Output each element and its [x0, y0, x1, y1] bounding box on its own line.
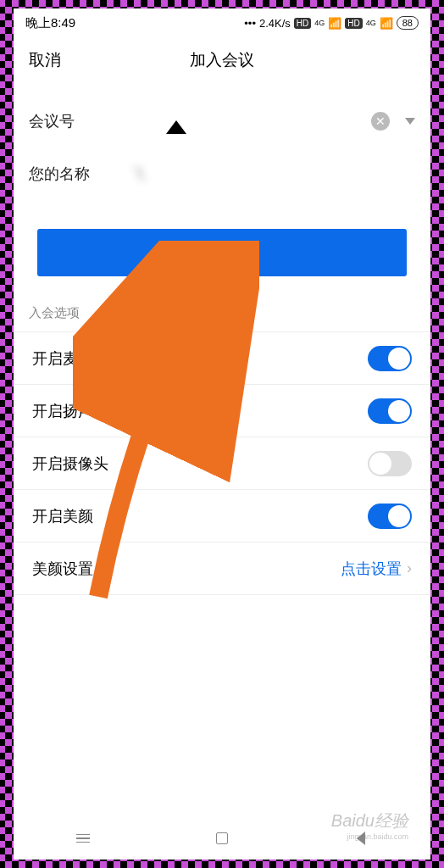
hd-badge: HD: [345, 18, 362, 29]
status-time: 晚上8:49: [25, 15, 75, 31]
your-name-label: 您的名称: [29, 164, 105, 184]
mic-row: 开启麦克风: [14, 332, 430, 385]
page-title: 加入会议: [190, 49, 254, 71]
beauty-settings-link[interactable]: 点击设置 ›: [341, 559, 412, 579]
speaker-row: 开启扬声器: [14, 385, 430, 437]
mic-label: 开启麦克风: [32, 348, 108, 369]
settings-list: 开启麦克风 开启扬声器 开启摄像头 开启美颜 美颜设置 点击设置 ›: [14, 331, 430, 595]
beauty-row: 开启美颜: [14, 490, 430, 542]
beauty-settings-label: 美颜设置: [32, 559, 93, 579]
clear-icon[interactable]: ✕: [371, 112, 390, 131]
battery-icon: 88: [397, 16, 419, 30]
status-bar: 晚上8:49 ••• 2.4K/s HD 4G 📶 HD 4G 📶 88: [14, 8, 430, 37]
header: 取消 加入会议: [14, 37, 430, 83]
speaker-label: 开启扬声器: [32, 401, 108, 421]
meeting-number-row[interactable]: 会议号 ✕: [14, 95, 430, 147]
cursor-indicator-icon: [166, 120, 186, 134]
dropdown-icon[interactable]: [405, 118, 415, 125]
cancel-button[interactable]: 取消: [29, 49, 61, 71]
nav-home-icon[interactable]: [214, 830, 230, 847]
nav-menu-icon[interactable]: [75, 830, 92, 847]
chevron-right-icon: ›: [407, 559, 412, 577]
join-meeting-button[interactable]: 加入会议: [37, 229, 407, 276]
beauty-settings-row[interactable]: 美颜设置 点击设置 ›: [14, 542, 430, 595]
meeting-number-label: 会议号: [29, 111, 105, 131]
watermark: Baidu经验 jingyan.baidu.com: [331, 810, 408, 841]
speaker-toggle[interactable]: [368, 398, 412, 424]
options-title: 入会选项: [14, 276, 430, 331]
hd-badge: HD: [294, 18, 311, 29]
status-indicators: ••• 2.4K/s HD 4G 📶 HD 4G 📶 88: [244, 16, 419, 30]
phone-screen: 晚上8:49 ••• 2.4K/s HD 4G 📶 HD 4G 📶 88 取消 …: [14, 8, 430, 860]
form-area: 会议号 ✕ 您的名称 飞: [14, 83, 430, 200]
beauty-label: 开启美颜: [32, 506, 93, 526]
mic-toggle[interactable]: [368, 346, 412, 371]
your-name-input[interactable]: 飞: [105, 164, 415, 184]
camera-row: 开启摄像头: [14, 437, 430, 490]
camera-toggle[interactable]: [368, 451, 412, 476]
beauty-toggle[interactable]: [368, 504, 412, 529]
your-name-row[interactable]: 您的名称 飞: [14, 147, 430, 200]
camera-label: 开启摄像头: [32, 453, 108, 474]
